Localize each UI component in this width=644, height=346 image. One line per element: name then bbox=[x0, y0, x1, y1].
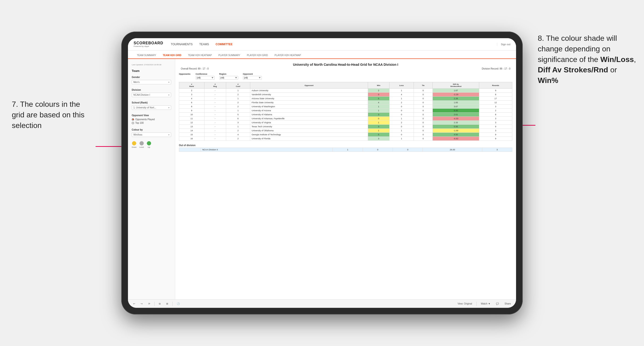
conference-filter-select[interactable]: (All) bbox=[196, 76, 214, 80]
cell-conf: 1 bbox=[226, 125, 250, 129]
sub-nav-team-h2h-heatmap[interactable]: TEAM H2H HEATMAP bbox=[184, 52, 215, 59]
view-original-button[interactable]: View: Original bbox=[456, 302, 474, 306]
cell-win: 3 bbox=[368, 137, 389, 141]
colour-by-select[interactable]: Win/loss bbox=[132, 133, 171, 137]
sub-nav-player-summary[interactable]: PLAYER SUMMARY bbox=[215, 52, 244, 59]
redo-button[interactable]: ↪ bbox=[139, 302, 144, 306]
cell-diff: 5.56 bbox=[433, 125, 479, 129]
division-select[interactable]: NCAA Division I bbox=[132, 93, 171, 97]
opponent-filter-select[interactable]: (All) bbox=[243, 76, 262, 80]
share-button[interactable]: Share bbox=[503, 302, 512, 306]
cell-reg: - bbox=[204, 117, 226, 121]
cell-opponent: University of Virginia bbox=[250, 121, 368, 125]
nav-links: TOURNAMENTS TEAMS COMMITTEE bbox=[171, 42, 497, 47]
cell-diff: 9.00 bbox=[433, 109, 479, 113]
sidebar-opponent-view-section: Opponent View Opponents Played Top 100 bbox=[132, 114, 171, 124]
nav-teams[interactable]: TEAMS bbox=[199, 42, 209, 47]
comment-button[interactable]: 💬 bbox=[494, 302, 500, 306]
cell-loss: 1 bbox=[389, 97, 414, 101]
table-row: 6 - 2 Florida State University 4 2 0 1.8… bbox=[179, 101, 512, 105]
nav-committee[interactable]: COMMITTEE bbox=[216, 42, 232, 47]
legend-down: Down bbox=[132, 141, 136, 148]
tablet-shell: SCOREBOARD Powered by clippd TOURNAMENTS… bbox=[121, 32, 523, 314]
toolbar-divider1 bbox=[154, 302, 155, 306]
sub-nav-team-summary[interactable]: TEAM SUMMARY bbox=[134, 52, 160, 59]
out-division-name: NCAA Division II bbox=[201, 148, 332, 152]
cell-win: 1 bbox=[368, 129, 389, 133]
cell-win: 0 bbox=[368, 93, 389, 97]
clock-button[interactable]: 🕐 bbox=[176, 302, 181, 306]
cell-rank: 3 bbox=[179, 93, 204, 97]
h2h-table: #Rank #Reg #Conf Opponent Win Loss Tie D… bbox=[179, 82, 512, 141]
cell-tie: 0 bbox=[414, 101, 433, 105]
cell-rounds: 3 bbox=[479, 117, 512, 121]
cell-rank: 4 bbox=[179, 97, 204, 101]
cell-rank: 15 bbox=[179, 133, 204, 137]
cell-reg: - bbox=[204, 97, 226, 101]
legend-down-label: Down bbox=[132, 146, 136, 148]
cell-opponent: Georgia Institute of Technology bbox=[250, 133, 368, 137]
cell-loss: 1 bbox=[389, 89, 414, 93]
region-filter-select[interactable]: (All) bbox=[219, 76, 238, 80]
layout-button[interactable]: ⊞ bbox=[165, 302, 170, 306]
grid-area: University of North Carolina Head-to-Hea… bbox=[175, 59, 516, 299]
sub-nav-player-h2h-grid[interactable]: PLAYER H2H GRID bbox=[244, 52, 271, 59]
legend-level: Level bbox=[139, 141, 144, 148]
sub-nav-team-h2h-grid[interactable]: TEAM H2H GRID bbox=[160, 52, 185, 59]
annotation-sep2: or bbox=[608, 65, 617, 74]
cell-loss: 2 bbox=[389, 101, 414, 105]
cell-loss: 0 bbox=[389, 113, 414, 117]
bottom-toolbar: ↩ ↪ ⟳ ⧉ ⊞ 🕐 View: Original Watch ▼ 💬 Sha… bbox=[128, 299, 516, 308]
opponent-view-radio-group: Opponents Played Top 100 bbox=[132, 118, 171, 124]
filter-opponents: Opponents: bbox=[179, 73, 191, 80]
cell-conf: 2 bbox=[226, 101, 250, 105]
table-row: 2 - 1 Auburn University 2 1 0 1.67 9 bbox=[179, 89, 512, 93]
cell-conf: 2 bbox=[226, 129, 250, 133]
cell-rounds: 9 bbox=[479, 133, 512, 137]
cell-diff: 4.50 bbox=[433, 133, 479, 137]
col-opponent: Opponent bbox=[250, 82, 368, 89]
radio-dot-unselected bbox=[132, 122, 134, 124]
out-division-empty bbox=[179, 148, 201, 152]
table-row: 8 - 2 University of Washington 1 0 0 3.6… bbox=[179, 105, 512, 109]
cell-reg: - bbox=[204, 93, 226, 97]
col-conf: #Conf bbox=[226, 82, 250, 89]
annotation-right: 8. The colour shade will change dependin… bbox=[538, 33, 639, 86]
col-tie: Tie bbox=[414, 82, 433, 89]
logo-subtitle: Powered by clippd bbox=[134, 45, 163, 47]
radio-dot-selected bbox=[132, 118, 134, 121]
cell-rank: 8 bbox=[179, 105, 204, 109]
cell-loss: 0 bbox=[389, 109, 414, 113]
gender-select[interactable]: Men's bbox=[132, 80, 171, 84]
filter-row: Opponents: Conference (All) Region (All) bbox=[179, 73, 512, 80]
sign-out-button[interactable]: Sign out bbox=[497, 43, 510, 46]
cell-opponent: University of Arkansas, Fayetteville bbox=[250, 117, 368, 121]
annotation-bold1: Win/Loss bbox=[600, 55, 634, 64]
forward-button[interactable]: ⟳ bbox=[147, 302, 152, 306]
filter-region: Region (All) bbox=[219, 73, 238, 80]
top-nav: SCOREBOARD Powered by clippd TOURNAMENTS… bbox=[128, 38, 516, 50]
school-select[interactable]: 1. University of Nort... bbox=[132, 105, 171, 110]
copy-button[interactable]: ⧉ bbox=[158, 302, 162, 306]
cell-conf: 3 bbox=[226, 121, 250, 125]
cell-rounds: 17 bbox=[479, 97, 512, 101]
filter-conference: Conference (All) bbox=[196, 73, 214, 80]
cell-loss: 0 bbox=[389, 133, 414, 137]
watch-button[interactable]: Watch ▼ bbox=[480, 302, 492, 306]
nav-tournaments[interactable]: TOURNAMENTS bbox=[171, 42, 193, 47]
cell-diff: -1.00 bbox=[433, 129, 479, 133]
cell-opponent: University of Arizona bbox=[250, 109, 368, 113]
cell-rounds: 12 bbox=[479, 101, 512, 105]
sub-nav-player-h2h-heatmap[interactable]: PLAYER H2H HEATMAP bbox=[271, 52, 304, 59]
undo-button[interactable]: ↩ bbox=[132, 302, 136, 306]
cell-reg: - bbox=[204, 113, 226, 117]
sub-nav: TEAM SUMMARY TEAM H2H GRID TEAM H2H HEAT… bbox=[128, 50, 516, 59]
cell-opponent: Texas Tech University bbox=[250, 125, 368, 129]
annotation-bold2: Diff Av Strokes/Rnd bbox=[538, 65, 608, 74]
cell-diff: 1.83 bbox=[433, 101, 479, 105]
cell-conf: 4 bbox=[226, 133, 250, 137]
division-record: Division Record: 88 - 17 - 0 bbox=[482, 67, 510, 70]
radio-top100[interactable]: Top 100 bbox=[132, 122, 171, 124]
conference-filter-label: Conference bbox=[196, 73, 214, 75]
radio-opponents-played[interactable]: Opponents Played bbox=[132, 118, 171, 121]
